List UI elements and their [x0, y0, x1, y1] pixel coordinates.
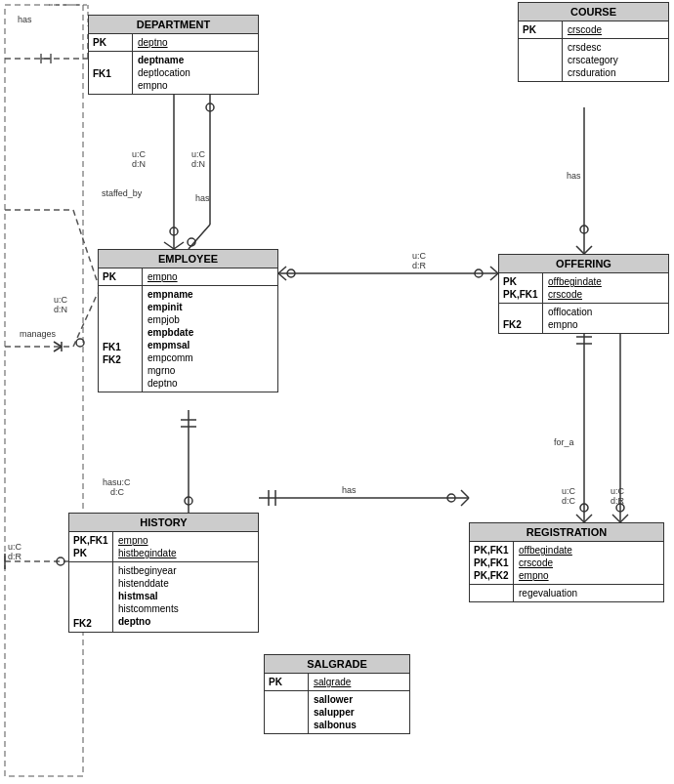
- sal-pk-attr: salgrade: [314, 677, 351, 687]
- svg-line-38: [584, 515, 592, 522]
- registration-title: REGISTRATION: [470, 523, 663, 542]
- sal-attr2: salupper: [314, 706, 357, 719]
- emp-fk2-label: FK2: [103, 354, 121, 365]
- label-dn2: d:N: [132, 159, 146, 169]
- svg-line-52: [461, 498, 469, 506]
- svg-line-42: [612, 515, 620, 522]
- svg-line-18: [54, 342, 62, 347]
- label-uc-left: u:C: [54, 295, 67, 305]
- svg-line-25: [490, 273, 498, 280]
- reg-pk3-attr: empno: [519, 570, 549, 581]
- label-uc-emp-off: u:C: [412, 251, 426, 261]
- emp-attr2: empinit: [147, 301, 193, 313]
- svg-line-3: [174, 242, 184, 249]
- off-attr1: offlocation: [548, 306, 592, 318]
- label-uc-for-a-right: u:C: [611, 486, 624, 496]
- emp-attr5: empmsal: [147, 339, 193, 351]
- dept-fk1-label: FK1: [93, 68, 111, 79]
- label-has-course-off: has: [567, 171, 581, 181]
- course-title: COURSE: [519, 3, 668, 21]
- svg-point-55: [57, 557, 64, 565]
- hist-pk2-attr: histbegindate: [118, 548, 177, 558]
- reg-pk1-attr: offbegindate: [519, 545, 572, 556]
- reg-pk2-label: PK,FK1: [474, 557, 509, 568]
- svg-point-29: [287, 269, 295, 277]
- svg-line-28: [278, 273, 286, 280]
- svg-point-31: [580, 226, 588, 233]
- label-dc-for-a-left: d:C: [562, 496, 575, 506]
- hist-attr5: deptno: [118, 615, 179, 628]
- reg-pk1-label: PK,FK1: [474, 545, 509, 556]
- history-entity: HISTORY PK,FK1 PK empno histbegindate FK…: [68, 513, 259, 633]
- label-manages: manages: [20, 329, 56, 339]
- department-title: DEPARTMENT: [89, 16, 258, 34]
- emp-attr1: empname: [147, 288, 193, 301]
- emp-attr8: deptno: [147, 377, 193, 390]
- off-pk1-label: PK: [503, 276, 517, 287]
- label-has-hist-reg: has: [342, 485, 357, 495]
- emp-pk-attr: empno: [147, 271, 178, 282]
- course-attr3: crsduration: [568, 66, 618, 79]
- label-uc1: u:C: [191, 149, 205, 159]
- label-uc2: u:C: [132, 149, 146, 159]
- diagram-container: COURSE PK crscode crsdesc crscategory cr…: [0, 0, 674, 784]
- label-hasu-c: hasu:C: [103, 477, 131, 487]
- label-dn1: d:N: [191, 159, 205, 169]
- reg-pk3-label: PK,FK2: [474, 570, 509, 581]
- label-uc-for-a-left: u:C: [562, 486, 575, 496]
- sal-attr3: salbonus: [314, 719, 357, 731]
- hist-pk1-label: PK,FK1: [73, 535, 108, 546]
- course-pk1-attr: crscode: [568, 24, 602, 35]
- off-attr2: empno: [548, 318, 592, 331]
- sal-attr1: sallower: [314, 693, 357, 706]
- dept-pk-attr: deptno: [138, 37, 168, 48]
- hist-attr3: histmsal: [118, 590, 179, 602]
- svg-point-8: [188, 238, 195, 246]
- svg-line-33: [584, 246, 592, 254]
- svg-line-43: [620, 515, 628, 522]
- svg-line-37: [576, 515, 584, 522]
- course-pk1-label: PK: [523, 24, 536, 35]
- course-entity: COURSE PK crscode crsdesc crscategory cr…: [518, 2, 669, 82]
- dept-attr1: deptname: [138, 54, 190, 66]
- emp-attr6: empcomm: [147, 351, 193, 364]
- emp-attr4: empbdate: [147, 326, 193, 339]
- employee-entity: EMPLOYEE PK empno FK1 FK2 empname empini…: [98, 249, 278, 392]
- salgrade-title: SALGRADE: [265, 655, 409, 674]
- hist-attr4: histcomments: [118, 602, 179, 615]
- svg-point-7: [206, 103, 214, 111]
- svg-line-6: [189, 225, 210, 249]
- off-fk2-label: FK2: [503, 319, 522, 330]
- dept-pk-label: PK: [93, 37, 106, 48]
- off-pk1-attr: offbegindate: [548, 276, 602, 287]
- hist-pk1-attr: empno: [118, 535, 148, 546]
- hist-attr1: histbeginyear: [118, 564, 179, 577]
- off-pk2-label: PK,FK1: [503, 289, 538, 300]
- hist-pk2-label: PK: [73, 548, 87, 558]
- employee-title: EMPLOYEE: [99, 250, 277, 268]
- svg-line-22: [73, 210, 98, 283]
- course-attr1: crsdesc: [568, 41, 618, 54]
- svg-point-4: [170, 227, 178, 235]
- off-pk2-attr: crscode: [548, 289, 582, 300]
- svg-point-53: [447, 494, 455, 502]
- label-dr-for-a-right: d:R: [611, 496, 624, 506]
- label-has-dept-emp: has: [195, 193, 210, 203]
- label-has-left-hist2: d:R: [8, 552, 21, 561]
- course-attr2: crscategory: [568, 54, 618, 66]
- svg-rect-0: [5, 5, 83, 776]
- emp-pk-label: PK: [103, 271, 116, 282]
- salgrade-entity: SALGRADE PK salgrade sallower salupper s…: [264, 654, 410, 734]
- dept-attr3: empno: [138, 79, 190, 92]
- svg-line-51: [461, 490, 469, 498]
- emp-fk1-label: FK1: [103, 342, 121, 352]
- reg-pk2-attr: crscode: [519, 557, 553, 568]
- svg-line-32: [576, 246, 584, 254]
- label-dr-emp-off: d:R: [412, 261, 426, 270]
- label-has-left-hist: u:C: [8, 542, 21, 552]
- dept-attr2: deptlocation: [138, 66, 190, 79]
- svg-point-39: [580, 504, 588, 512]
- svg-line-16: [73, 293, 98, 347]
- registration-entity: REGISTRATION PK,FK1 PK,FK1 PK,FK2 offbeg…: [469, 522, 664, 602]
- svg-point-26: [475, 269, 483, 277]
